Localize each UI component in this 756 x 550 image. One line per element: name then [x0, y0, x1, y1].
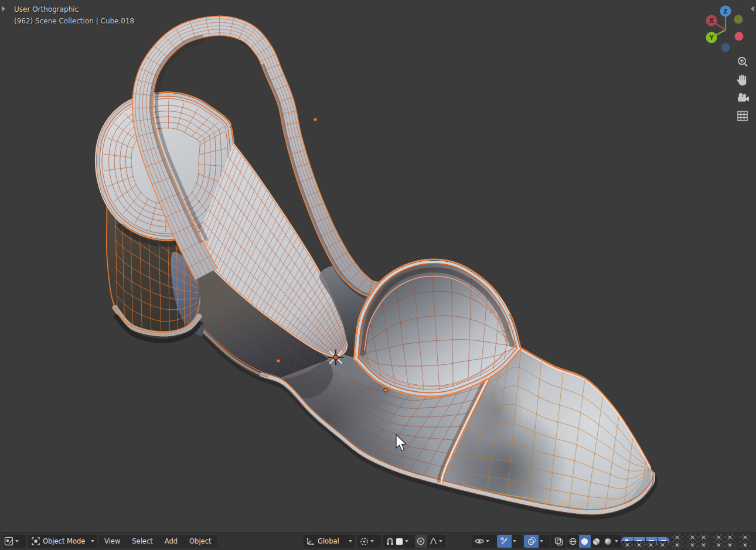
xray-icon: [554, 537, 564, 546]
viewport-canvas[interactable]: [0, 0, 756, 550]
pivot-point-icon: [359, 537, 369, 546]
material-sphere-icon: [592, 537, 601, 546]
orientation-axes-icon: [306, 537, 315, 546]
svg-text:Y: Y: [709, 35, 714, 41]
mode-label: Object Mode: [40, 537, 87, 545]
proportional-edit-controls[interactable]: [415, 535, 445, 548]
viewport-menus: View Select Add Object: [98, 535, 217, 548]
rendered-sphere-icon: [604, 537, 612, 546]
overlays-toggle[interactable]: [524, 535, 550, 548]
mode-selector[interactable]: Object Mode: [28, 535, 97, 548]
blender-3d-viewport: User Orthographic (962) Scene Collection…: [0, 0, 756, 550]
object-visibility-selector[interactable]: [472, 535, 497, 548]
wireframe-sphere-icon: [568, 537, 577, 546]
missing-icon-tile[interactable]: ✕: [645, 541, 656, 549]
gizmo-axis-y-neg[interactable]: [734, 15, 743, 24]
snap-controls[interactable]: [383, 535, 416, 548]
proportional-edit-icon: [416, 537, 425, 546]
transform-orientation-selector[interactable]: Global: [304, 535, 355, 548]
visibility-eye-icon: [474, 537, 485, 546]
grid-ortho-icon[interactable]: [734, 108, 751, 124]
missing-icon-tile[interactable]: ✕✕: [687, 534, 698, 549]
camera-view-icon[interactable]: [734, 90, 751, 106]
shading-mode-group: [567, 535, 621, 548]
svg-text:X: X: [709, 18, 714, 24]
xray-toggle[interactable]: [551, 535, 566, 548]
missing-icon-tile[interactable]: ✕: [622, 541, 633, 549]
overlays-toggle-button[interactable]: [524, 535, 539, 548]
missing-icon-tile[interactable]: ✕✕: [724, 534, 735, 549]
svg-text:Z: Z: [723, 8, 727, 15]
missing-icon-tile[interactable]: ✕: [657, 541, 668, 549]
missing-icon-tile[interactable]: ✕✕: [672, 534, 683, 549]
missing-icon-tile[interactable]: ✕✕: [713, 534, 724, 549]
menu-object[interactable]: Object: [183, 535, 217, 548]
navigation-gizmo[interactable]: Z X Y: [699, 2, 753, 59]
snap-magnet-icon: [385, 537, 395, 546]
editor-type-selector[interactable]: [4, 535, 26, 548]
snap-with-icon: [395, 537, 404, 546]
shading-rendered-button[interactable]: [602, 535, 614, 548]
gizmo-arrow-icon: [500, 537, 509, 546]
proportional-edit-toggle[interactable]: [415, 535, 427, 548]
gizmos-toggle[interactable]: [497, 535, 523, 548]
gizmo-axis-x-neg[interactable]: [735, 32, 744, 41]
active-object-breadcrumb: (962) Scene Collection | Cube.018: [14, 17, 134, 25]
object-mode-icon: [31, 537, 40, 546]
pan-hand-icon[interactable]: [734, 71, 751, 88]
zoom-tool-icon[interactable]: [734, 54, 751, 70]
missing-icon-tile[interactable]: ✕✕: [698, 534, 709, 549]
menu-view[interactable]: View: [98, 535, 126, 548]
missing-icon-tile[interactable]: ✕✕: [740, 534, 751, 549]
view-mode-label: User Orthographic: [14, 5, 79, 13]
toolbar-expand-arrow[interactable]: [0, 5, 7, 13]
viewport-footer-bar: Object Mode View Select Add Object Globa…: [0, 532, 756, 550]
gizmos-toggle-button[interactable]: [497, 535, 512, 548]
missing-icon-tile[interactable]: ✕: [634, 541, 645, 549]
solid-sphere-icon: [580, 537, 589, 546]
shading-wireframe-button[interactable]: [567, 535, 579, 548]
menu-select[interactable]: Select: [126, 535, 158, 548]
shading-material-button[interactable]: [591, 535, 602, 548]
menu-add[interactable]: Add: [159, 535, 183, 548]
falloff-curve-icon: [429, 537, 438, 546]
orientation-label: Global: [315, 537, 342, 545]
pivot-point-selector[interactable]: [357, 535, 381, 548]
overlays-icon: [527, 537, 536, 546]
shading-solid-button[interactable]: [579, 535, 591, 548]
gizmo-axis-z-neg[interactable]: [721, 43, 730, 52]
editor-type-icon: [4, 536, 14, 546]
shoe-model[interactable]: [96, 16, 654, 531]
